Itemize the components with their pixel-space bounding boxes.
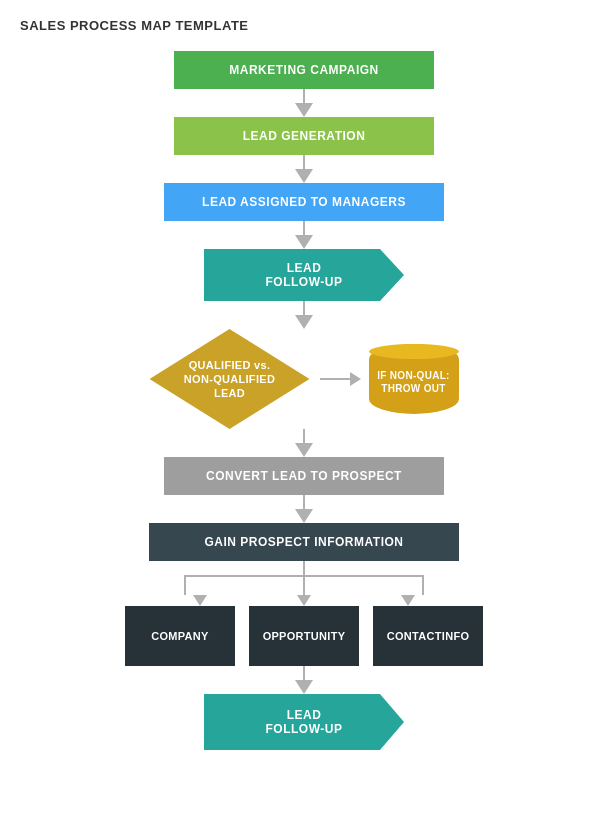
lead-assigned-box: LEAD ASSIGNED TO MANAGERS	[164, 183, 444, 221]
split-right-arrowhead	[401, 595, 415, 606]
gain-prospect-box: GAIN PROSPECT INFORMATION	[149, 523, 459, 561]
cylinder-text: IF NON-QUAL: THROW OUT	[377, 369, 449, 395]
split-center-arrowhead	[297, 595, 311, 606]
arrow-3	[295, 221, 313, 249]
arrow-line	[303, 89, 305, 103]
horiz-arrowhead	[350, 372, 361, 386]
three-boxes: COMPANY OPPORTUNITY CONTACT INFO	[20, 606, 588, 666]
arrowhead	[295, 235, 313, 249]
arrow-6	[295, 495, 313, 523]
horiz-line	[320, 378, 350, 380]
lead-followup1-box: LEAD FOLLOW-UP	[204, 249, 404, 301]
cylinder-container: IF NON-QUAL: THROW OUT	[369, 344, 459, 414]
arrow-line	[303, 301, 305, 315]
arrow-line	[303, 429, 305, 443]
split-left-arrowhead	[193, 595, 207, 606]
arrowhead	[295, 169, 313, 183]
arrowhead	[295, 509, 313, 523]
diamond-text: QUALIFIED vs. NON-QUALIFIED LEAD	[184, 358, 275, 401]
horiz-arrow	[320, 372, 361, 386]
flowchart: MARKETING CAMPAIGN LEAD GENERATION LEAD …	[20, 51, 588, 750]
qualified-diamond: QUALIFIED vs. NON-QUALIFIED LEAD	[150, 329, 310, 429]
qualified-row: QUALIFIED vs. NON-QUALIFIED LEAD IF NON-…	[144, 329, 464, 429]
split-top-line	[303, 561, 305, 575]
lead-generation-box: LEAD GENERATION	[174, 117, 434, 155]
split-left-line	[184, 575, 186, 595]
arrow-4	[295, 301, 313, 329]
arrowhead	[295, 103, 313, 117]
split-center-line	[303, 575, 305, 595]
contact-info-box: CONTACT INFO	[373, 606, 483, 666]
opportunity-box: OPPORTUNITY	[249, 606, 359, 666]
convert-lead-box: CONVERT LEAD TO PROSPECT	[164, 457, 444, 495]
page-title: SALES PROCESS MAP TEMPLATE	[20, 18, 588, 33]
arrow-2	[295, 155, 313, 183]
arrow-5	[295, 429, 313, 457]
arrow-line	[303, 495, 305, 509]
arrowhead	[295, 315, 313, 329]
arrow-line	[303, 666, 305, 680]
split-arrowheads-row	[193, 595, 415, 606]
arrow-1	[295, 89, 313, 117]
arrow-line	[303, 155, 305, 169]
arrow-line	[303, 221, 305, 235]
marketing-campaign-box: MARKETING CAMPAIGN	[174, 51, 434, 89]
split-right-line	[422, 575, 424, 595]
company-box: COMPANY	[125, 606, 235, 666]
nonqual-cylinder: IF NON-QUAL: THROW OUT	[369, 344, 459, 414]
split-arrows	[20, 561, 588, 606]
arrowhead	[295, 680, 313, 694]
lead-followup2-box: LEAD FOLLOW-UP	[204, 694, 404, 750]
arrowhead	[295, 443, 313, 457]
arrow-7	[295, 666, 313, 694]
split-h-bar	[144, 575, 464, 595]
